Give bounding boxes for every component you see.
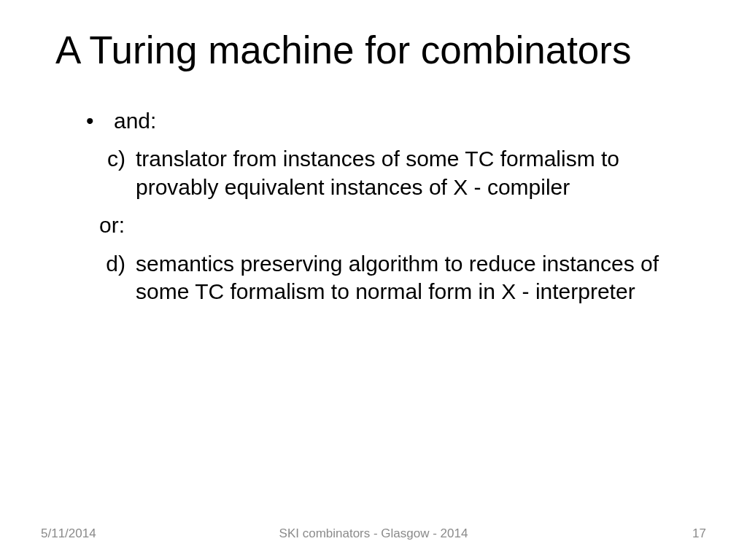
list-item-d-text: semantics preserving algorithm to reduce… [136,252,659,303]
footer-center: SKI combinators - Glasgow - 2014 [0,526,747,541]
list-item-c-text: translator from instances of some TC for… [136,147,619,198]
bullet-and-text: and: [114,109,156,133]
slide-footer: 5/11/2014 SKI combinators - Glasgow - 20… [0,526,747,541]
slide: A Turing machine for combinators • and: … [0,0,747,560]
slide-body: • and: c) translator from instances of s… [51,107,696,306]
or-label: or: [51,211,696,239]
list-item-d-marker: d) [99,250,125,278]
list-item-c: c) translator from instances of some TC … [51,145,696,201]
list-item-d: d) semantics preserving algorithm to red… [51,250,696,306]
slide-title: A Turing machine for combinators [55,28,696,72]
bullet-and: • and: [51,107,696,135]
bullet-dot-icon: • [86,107,94,135]
list-item-c-marker: c) [99,145,125,173]
